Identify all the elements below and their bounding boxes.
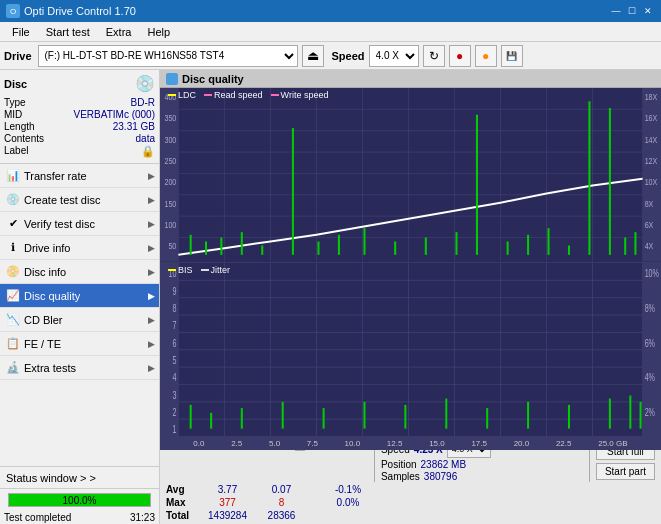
svg-text:250: 250 xyxy=(164,155,176,166)
nav-create-test-disc-label: Create test disc xyxy=(24,194,100,206)
nav-transfer-rate[interactable]: 📊 Transfer rate ▶ xyxy=(0,164,159,188)
chart-top-legend: LDC Read speed Write speed xyxy=(168,90,328,100)
chart-bottom-area: BIS Jitter xyxy=(160,263,661,437)
main-area: Disc 💿 Type BD-R MID VERBATIMc (000) Len… xyxy=(0,70,661,524)
nav-create-test-disc[interactable]: 💿 Create test disc ▶ xyxy=(0,188,159,212)
position-val: 23862 MB xyxy=(421,459,467,470)
svg-text:4%: 4% xyxy=(645,371,655,383)
svg-text:4X: 4X xyxy=(645,241,654,252)
menu-file[interactable]: File xyxy=(4,24,38,40)
menu-start-test[interactable]: Start test xyxy=(38,24,98,40)
svg-text:300: 300 xyxy=(164,134,176,145)
status-window-button[interactable]: Status window > > xyxy=(0,467,159,489)
nav-verify-test-disc[interactable]: ✔ Verify test disc ▶ xyxy=(0,212,159,236)
total-label: Total xyxy=(166,510,196,521)
drive-select[interactable]: (F:) HL-DT-ST BD-RE WH16NS58 TST4 xyxy=(38,45,298,67)
svg-text:5: 5 xyxy=(172,354,176,366)
nav-disc-quality-label: Disc quality xyxy=(24,290,80,302)
svg-text:16X: 16X xyxy=(645,112,658,123)
nav-fe-te[interactable]: 📋 FE / TE ▶ xyxy=(0,332,159,356)
svg-text:6X: 6X xyxy=(645,219,654,230)
progress-text: 100.0% xyxy=(63,494,97,508)
svg-text:8%: 8% xyxy=(645,302,655,314)
disc-orange-button[interactable]: ● xyxy=(475,45,497,67)
disc-info-icon: 📀 xyxy=(6,265,20,279)
transfer-rate-icon: 📊 xyxy=(6,169,20,183)
svg-text:150: 150 xyxy=(164,198,176,209)
type-val: BD-R xyxy=(131,97,155,108)
chart-bottom: BIS Jitter xyxy=(160,263,661,437)
nav-fe-te-label: FE / TE xyxy=(24,338,61,350)
refresh-button[interactable]: ↻ xyxy=(423,45,445,67)
save-button[interactable]: 💾 xyxy=(501,45,523,67)
nav-extra-tests-label: Extra tests xyxy=(24,362,76,374)
contents-key: Contents xyxy=(4,133,44,144)
app-icon: O xyxy=(6,4,20,18)
eject-button[interactable]: ⏏ xyxy=(302,45,324,67)
content-area: Disc quality LDC Read speed xyxy=(160,70,661,524)
nav-disc-quality[interactable]: 📈 Disc quality ▶ xyxy=(0,284,159,308)
nav-disc-info[interactable]: 📀 Disc info ▶ xyxy=(0,260,159,284)
length-key: Length xyxy=(4,121,35,132)
content-title: Disc quality xyxy=(182,73,244,85)
disc-icon: 💿 xyxy=(135,74,155,93)
menu-help[interactable]: Help xyxy=(139,24,178,40)
disc-red-button[interactable]: ● xyxy=(449,45,471,67)
status-text: Test completed xyxy=(4,512,71,523)
max-label: Max xyxy=(166,497,196,508)
menu-extra[interactable]: Extra xyxy=(98,24,140,40)
contents-val: data xyxy=(136,133,155,144)
close-button[interactable]: ✕ xyxy=(641,4,655,18)
nav-disc-info-label: Disc info xyxy=(24,266,66,278)
legend-write-speed: Write speed xyxy=(271,90,329,100)
avg-bis: 0.07 xyxy=(259,484,304,495)
label-icon: 🔒 xyxy=(141,145,155,158)
nav-extra-tests[interactable]: 🔬 Extra tests ▶ xyxy=(0,356,159,380)
svg-text:7: 7 xyxy=(172,319,176,331)
type-key: Type xyxy=(4,97,26,108)
max-ldc: 377 xyxy=(200,497,255,508)
svg-text:3: 3 xyxy=(172,389,176,401)
legend-jitter: Jitter xyxy=(201,265,231,275)
speed-label: Speed xyxy=(332,50,365,62)
content-header: Disc quality xyxy=(160,70,661,88)
disc-panel: Disc 💿 Type BD-R MID VERBATIMc (000) Len… xyxy=(0,70,159,164)
legend-ldc: LDC xyxy=(168,90,196,100)
nav-verify-test-disc-label: Verify test disc xyxy=(24,218,95,230)
drive-label: Drive xyxy=(4,50,32,62)
position-key: Position xyxy=(381,459,417,470)
avg-jitter: -0.1% xyxy=(308,484,388,495)
svg-text:2%: 2% xyxy=(645,406,655,418)
extra-tests-icon: 🔬 xyxy=(6,361,20,375)
chart-container: LDC Read speed Write speed xyxy=(160,88,661,436)
nav-transfer-rate-label: Transfer rate xyxy=(24,170,87,182)
nav-cd-bler[interactable]: 📉 CD Bler ▶ xyxy=(0,308,159,332)
svg-text:18X: 18X xyxy=(645,91,658,102)
speed-select[interactable]: 4.0 X xyxy=(369,45,419,67)
maximize-button[interactable]: ☐ xyxy=(625,4,639,18)
svg-text:8X: 8X xyxy=(645,198,654,209)
svg-text:10%: 10% xyxy=(645,267,659,279)
svg-text:10X: 10X xyxy=(645,176,658,187)
nav-drive-info[interactable]: ℹ Drive info ▶ xyxy=(0,236,159,260)
start-part-button[interactable]: Start part xyxy=(596,463,655,480)
create-test-disc-icon: 💿 xyxy=(6,193,20,207)
samples-val: 380796 xyxy=(424,471,457,482)
status-bar: Status window > > 100.0% Test completed … xyxy=(0,466,159,524)
status-window-label: Status window > > xyxy=(6,472,96,484)
legend-bis: BIS xyxy=(168,265,193,275)
avg-ldc: 3.77 xyxy=(200,484,255,495)
svg-text:14X: 14X xyxy=(645,134,658,145)
svg-text:12X: 12X xyxy=(645,155,658,166)
avg-label: Avg xyxy=(166,484,196,495)
chart-bottom-svg: 10 9 8 7 6 5 4 3 2 1 10% 8% 6% xyxy=(160,263,661,437)
minimize-button[interactable]: — xyxy=(609,4,623,18)
chart-top: LDC Read speed Write speed xyxy=(160,88,661,263)
svg-text:200: 200 xyxy=(164,176,176,187)
total-ldc: 1439284 xyxy=(200,510,255,521)
legend-read-speed: Read speed xyxy=(204,90,263,100)
svg-text:8: 8 xyxy=(172,302,176,314)
menu-bar: File Start test Extra Help xyxy=(0,22,661,42)
status-time: 31:23 xyxy=(130,512,155,523)
svg-text:9: 9 xyxy=(172,285,176,297)
